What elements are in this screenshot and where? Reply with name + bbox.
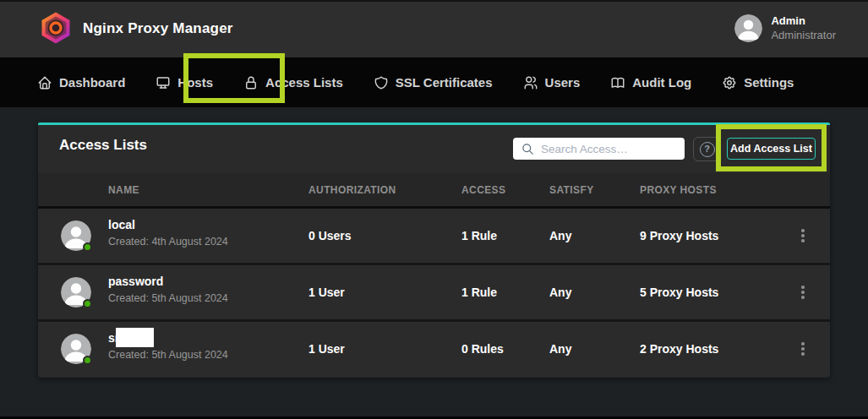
- user-name: Admin: [771, 14, 836, 28]
- help-icon: ?: [700, 142, 715, 157]
- search-box: [513, 138, 685, 160]
- access-list-name: local: [108, 218, 228, 232]
- access-list-name: password: [108, 275, 228, 289]
- topbar: Nginx Proxy Manager Admin Administrator: [0, 0, 868, 57]
- home-icon: [37, 75, 52, 90]
- users-icon: [523, 75, 538, 90]
- row-actions-menu-icon[interactable]: [794, 322, 812, 376]
- app-logo-icon: [39, 11, 73, 45]
- nav-item-hosts[interactable]: Hosts: [156, 75, 213, 90]
- lock-icon: [243, 75, 259, 90]
- book-icon: [610, 75, 625, 90]
- table-row: local Created: 4th August 2024 0 Users 1…: [38, 209, 830, 263]
- status-dot-icon: [83, 299, 92, 308]
- nav-item-audit-log[interactable]: Audit Log: [610, 75, 691, 90]
- cell-access: 1 Rule: [461, 265, 497, 319]
- user-menu[interactable]: Admin Administrator: [734, 14, 836, 42]
- status-dot-icon: [83, 242, 92, 252]
- column-header-access: ACCESS: [461, 184, 505, 196]
- column-header-satisfy: SATISFY: [549, 184, 594, 196]
- access-list-created: Created: 5th August 2024: [108, 349, 228, 361]
- cell-proxy-hosts: 2 Proxy Hosts: [640, 322, 718, 376]
- status-dot-icon: [83, 356, 92, 365]
- main-nav: Dashboard Hosts Access Lists SSL Certifi…: [0, 57, 868, 107]
- cell-proxy-hosts: 5 Proxy Hosts: [640, 265, 718, 319]
- add-access-list-button[interactable]: Add Access List: [727, 138, 816, 160]
- nav-item-access-lists[interactable]: Access Lists: [243, 75, 343, 90]
- shield-icon: [374, 75, 389, 90]
- row-actions-menu-icon[interactable]: [794, 209, 812, 263]
- access-list-avatar: [61, 220, 91, 251]
- app-title: Nginx Proxy Manager: [83, 0, 233, 57]
- user-avatar: [734, 14, 762, 42]
- cell-access: 1 Rule: [461, 209, 497, 263]
- row-actions-menu-icon[interactable]: [794, 265, 812, 319]
- redaction-box: [116, 328, 154, 347]
- nav-item-ssl-certificates[interactable]: SSL Certificates: [374, 75, 493, 90]
- column-header-proxy-hosts: PROXY HOSTS: [640, 184, 717, 196]
- column-header-authorization: AUTHORIZATION: [308, 184, 396, 196]
- nav-item-settings[interactable]: Settings: [722, 75, 794, 90]
- cell-satisfy: Any: [549, 265, 571, 319]
- access-lists-panel: Access Lists ? Add Access List NAME AUTH…: [38, 122, 830, 378]
- gear-icon: [722, 75, 737, 90]
- nav-item-users[interactable]: Users: [523, 75, 581, 90]
- cell-authorization: 1 User: [308, 322, 345, 376]
- search-icon: [521, 143, 534, 155]
- cell-access: 0 Rules: [461, 322, 504, 376]
- nav-item-dashboard[interactable]: Dashboard: [37, 75, 125, 90]
- user-role: Administrator: [771, 29, 836, 42]
- table-header: NAME AUTHORIZATION ACCESS SATISFY PROXY …: [38, 173, 830, 206]
- cell-authorization: 1 User: [308, 265, 345, 319]
- table-row: password Created: 5th August 2024 1 User…: [38, 265, 830, 319]
- panel-title: Access Lists: [59, 137, 147, 154]
- access-list-created: Created: 5th August 2024: [108, 292, 228, 304]
- cell-satisfy: Any: [549, 209, 571, 263]
- cell-satisfy: Any: [549, 322, 571, 376]
- access-list-created: Created: 4th August 2024: [108, 236, 228, 248]
- cell-authorization: 0 Users: [308, 209, 352, 263]
- search-input[interactable]: [541, 143, 676, 155]
- cell-proxy-hosts: 9 Proxy Hosts: [640, 209, 718, 263]
- help-button[interactable]: ?: [693, 137, 721, 161]
- table-row: sn Created: 5th August 2024 1 User 0 Rul…: [38, 322, 830, 376]
- nginx-proxy-manager-screen: Nginx Proxy Manager Admin Administrator …: [0, 0, 868, 419]
- access-list-avatar: [61, 277, 91, 307]
- access-list-avatar: [61, 334, 91, 364]
- monitor-icon: [156, 75, 171, 90]
- column-header-name: NAME: [108, 184, 139, 196]
